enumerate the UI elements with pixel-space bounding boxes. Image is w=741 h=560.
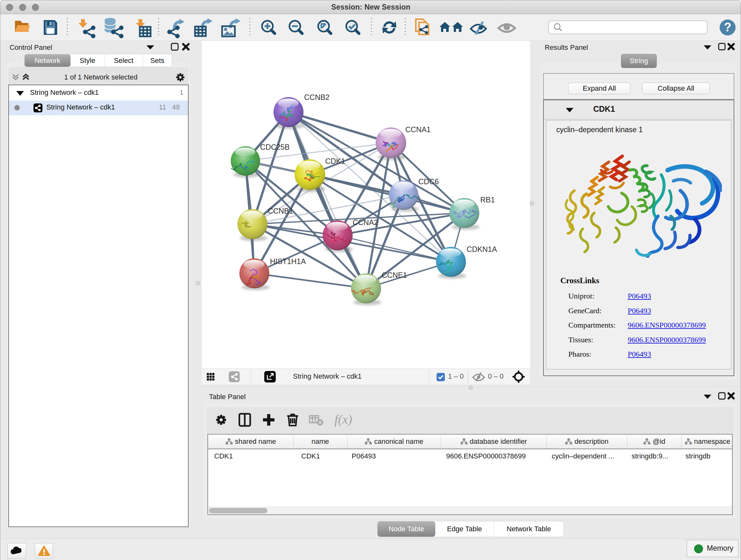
svg-text:CCNA2: CCNA2 <box>353 219 378 227</box>
svg-text:CCNE1: CCNE1 <box>382 271 407 279</box>
svg-text:CDK1: CDK1 <box>325 157 345 165</box>
svg-text:?: ? <box>724 20 731 34</box>
svg-text:CDC6: CDC6 <box>418 178 439 186</box>
svg-text:CCNB2: CCNB2 <box>304 93 330 102</box>
svg-text:CDC25B: CDC25B <box>260 143 290 151</box>
svg-text:CCNB1: CCNB1 <box>268 207 293 215</box>
svg-text:CCNA1: CCNA1 <box>405 125 431 134</box>
svg-text:RB1: RB1 <box>480 196 495 204</box>
svg-text:CDKN1A: CDKN1A <box>467 245 497 253</box>
svg-text:HIST1H1A: HIST1H1A <box>270 257 306 266</box>
svg-text:f(x): f(x) <box>334 412 352 427</box>
